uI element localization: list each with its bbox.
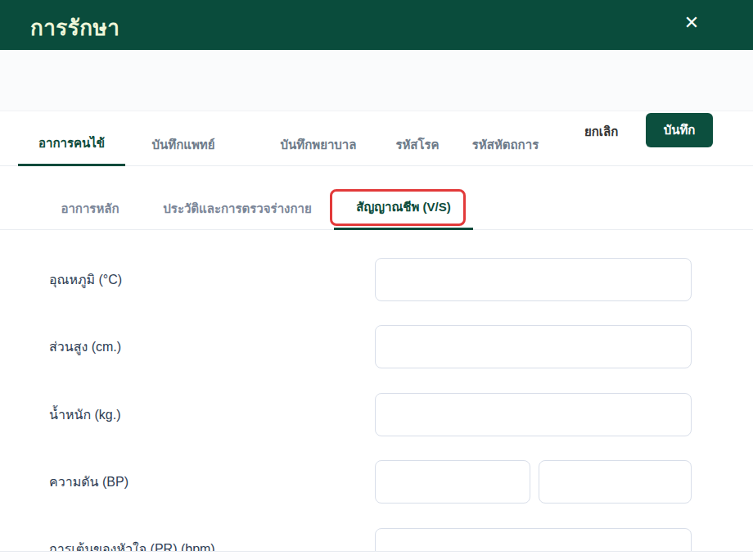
treatment-modal: การรักษา ✕ ยกเลิก บันทึก อาการคนไข้ บันท… <box>0 0 753 560</box>
tab-nurse-notes[interactable]: บันทึกพยาบาล <box>260 123 376 166</box>
weight-input[interactable] <box>375 393 692 436</box>
subtab-main-symptoms[interactable]: อาการหลัก <box>46 187 134 230</box>
sub-tab-bar: อาการหลัก ประวัติและการตรวจร่างกาย สัญญา… <box>0 187 753 230</box>
tab-procedure-code[interactable]: รหัสหัตถการ <box>450 123 561 166</box>
tab-disease-code[interactable]: รหัสโรค <box>372 123 462 166</box>
height-input[interactable] <box>375 325 692 368</box>
tab-doctor-notes[interactable]: บันทึกแพทย์ <box>136 123 231 166</box>
subtab-vital-signs[interactable]: สัญญาณชีพ (V/S) <box>334 187 473 230</box>
main-tab-bar: อาการคนไข้ บันทึกแพทย์ บันทึกพยาบาล รหัส… <box>0 123 753 166</box>
temperature-label: อุณหภูมิ (°C) <box>49 272 360 288</box>
subtab-history-physical-exam[interactable]: ประวัติและการตรวจร่างกาย <box>147 187 327 230</box>
blood-pressure-label: ความดัน (BP) <box>49 474 360 490</box>
blood-pressure-systolic-input[interactable] <box>375 460 530 504</box>
modal-header: การรักษา ✕ <box>0 0 753 50</box>
action-bar: ยกเลิก บันทึก <box>0 50 753 111</box>
weight-label: น้ำหนัก (kg.) <box>49 407 360 423</box>
temperature-input[interactable] <box>375 258 692 301</box>
height-label: ส่วนสูง (cm.) <box>49 339 360 355</box>
modal-title: การรักษา <box>30 11 119 44</box>
tab-patient-symptoms[interactable]: อาการคนไข้ <box>18 123 125 166</box>
modal-bottom-edge <box>0 551 753 560</box>
close-icon[interactable]: ✕ <box>679 11 704 35</box>
blood-pressure-diastolic-input[interactable] <box>539 460 692 504</box>
